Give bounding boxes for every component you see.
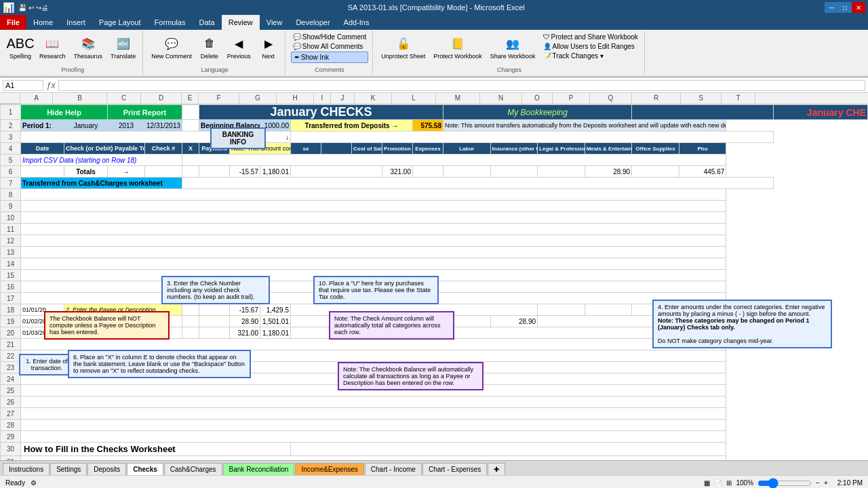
tab-page-layout[interactable]: Page Layout: [92, 15, 148, 30]
row-28: 28: [1, 420, 868, 431]
share-workbook-button[interactable]: 👥 Share Workbook: [488, 33, 538, 61]
tab-developer[interactable]: Developer: [289, 15, 336, 30]
cell-A2: Period 1:: [21, 120, 64, 131]
row-8: 8: [1, 189, 868, 201]
tab-checks[interactable]: Checks: [127, 463, 163, 475]
minimize-button[interactable]: ─: [825, 2, 838, 13]
zoom-label: 100%: [736, 479, 753, 487]
cell-R4: Office Supplies: [632, 143, 679, 155]
view-preview-icon[interactable]: ⊞: [726, 479, 732, 487]
rownum-5: 5: [1, 155, 21, 166]
tab-review[interactable]: Review: [222, 15, 260, 30]
zoom-out-icon[interactable]: −: [816, 479, 820, 487]
cell-A18[interactable]: 01/01/20: [21, 304, 64, 316]
col-D: D: [141, 93, 182, 104]
research-button[interactable]: 📖 Research: [37, 33, 68, 61]
rownum-1: 1: [1, 105, 21, 120]
col-E: E: [182, 93, 199, 104]
tab-bank-reconciliation[interactable]: Bank Reconciliation: [223, 463, 295, 475]
close-button[interactable]: ✕: [852, 2, 865, 13]
row-5: 5 Import CSV Data (starting on Row 18): [1, 155, 868, 166]
cell-reference-input[interactable]: A1: [3, 80, 43, 91]
cell-G19: 28.90: [230, 316, 260, 327]
tab-deposits[interactable]: Deposits: [87, 463, 126, 475]
tab-view[interactable]: View: [260, 15, 290, 30]
col-H: H: [277, 93, 314, 104]
show-hide-comment-button[interactable]: 💬 Show/Hide Comment: [291, 33, 368, 41]
row-4: 4 Date Check (or Debit) Payable To: Chec…: [1, 143, 868, 155]
translate-button[interactable]: 🔤 Translate: [108, 33, 138, 61]
col-O: O: [522, 93, 553, 104]
tab-add-sheet[interactable]: ✚: [488, 463, 505, 475]
tab-chart-income[interactable]: Chart - Income: [365, 463, 422, 475]
row-14: 14: [1, 258, 868, 270]
cell-C2: 2013: [108, 120, 145, 131]
cell-C1[interactable]: Print Report: [108, 105, 182, 120]
row-31: 31: [1, 456, 868, 461]
protect-workbook-button[interactable]: 📒 Protect Workbook: [431, 33, 484, 61]
show-ink-button[interactable]: ✒ Show Ink: [291, 52, 368, 63]
delete-comment-button[interactable]: 🗑 Delete: [197, 33, 222, 61]
new-comment-button[interactable]: 💬 New Comment: [149, 33, 195, 61]
cell-A1[interactable]: Hide Help: [21, 105, 108, 120]
cell-A5: Import CSV Data (starting on Row 18): [21, 155, 182, 166]
show-all-comments-button[interactable]: 💬 Show All Comments: [291, 42, 368, 51]
spelling-button[interactable]: ABC Spelling: [7, 33, 34, 61]
cell-H18: 1,429.5: [260, 304, 291, 316]
tab-chart-expenses[interactable]: Chart - Expenses: [422, 463, 487, 475]
tab-insert[interactable]: Insert: [60, 15, 92, 30]
view-normal-icon[interactable]: ▦: [704, 479, 710, 487]
cell-B18: 2. Enter the Payee or Description.: [64, 304, 182, 316]
col-Q: Q: [590, 93, 632, 104]
status-ready: Ready: [5, 479, 25, 487]
cell-D2: 12/31/2013: [145, 120, 182, 131]
row-24: 24: [1, 373, 868, 385]
tab-data[interactable]: Data: [192, 15, 221, 30]
row-19: 19 01/02/20 28.90 1,501.01 Widgets 28.90: [1, 316, 868, 327]
unprotect-sheet-button[interactable]: 🔓 Unprotect Sheet: [378, 33, 428, 61]
col-L: L: [392, 93, 436, 104]
cell-K4: Cost of Sales: [352, 143, 382, 155]
tab-add-ins[interactable]: Add-Ins: [337, 15, 376, 30]
tab-home[interactable]: Home: [26, 15, 60, 30]
sheet-tabs: Instructions Settings Deposits Checks Ca…: [0, 460, 868, 475]
row-1: 1 Hide Help Print Report January CHECKS …: [1, 105, 868, 120]
formula-input[interactable]: [58, 80, 865, 91]
cell-A30: How to Fill in the Checks Worksheet: [21, 443, 291, 456]
cell-B6: Totals: [64, 166, 108, 178]
zoom-in-icon[interactable]: +: [824, 479, 828, 487]
cell-A19[interactable]: 01/02/20: [21, 316, 64, 327]
cell-G20: 321.00: [230, 327, 260, 339]
banking-info-callout: BANKING INFO: [210, 127, 266, 149]
thesaurus-button[interactable]: 📚 Thesaurus: [71, 33, 106, 61]
tab-file[interactable]: File: [0, 15, 26, 30]
clock: 2:10 PM: [837, 479, 863, 487]
cell-G18: -15.67: [230, 304, 260, 316]
next-comment-button[interactable]: ▶ Next: [256, 33, 281, 61]
col-R: R: [632, 93, 681, 104]
row-17: 17: [1, 293, 868, 304]
title-bar-title: SA 2013-01.xls [Compatibility Mode] - Mi…: [348, 3, 525, 12]
tab-formulas[interactable]: Formulas: [148, 15, 193, 30]
cell-M4: Expenses: [413, 143, 443, 155]
row-11: 11: [1, 224, 868, 235]
row-12: 12: [1, 235, 868, 247]
tab-settings[interactable]: Settings: [50, 463, 87, 475]
tab-income-expenses[interactable]: Income&Expenses: [295, 463, 363, 475]
cell-A20[interactable]: 01/03/20: [21, 327, 64, 339]
zoom-slider[interactable]: [757, 478, 812, 489]
cell-S4: Pho: [679, 143, 726, 155]
row-6: 6 Totals → -15.57 1,180.01 321.00 28.90: [1, 166, 868, 178]
cell-L4: Promotion: [382, 143, 413, 155]
restore-button[interactable]: □: [838, 2, 852, 13]
cell-H6: 1,180.01: [260, 166, 291, 178]
track-changes-button[interactable]: 📝Track Changes ▾: [541, 52, 640, 60]
allow-users-button[interactable]: 👤Allow Users to Edit Ranges: [541, 42, 640, 51]
col-B: B: [53, 93, 107, 104]
col-A: A: [20, 93, 53, 104]
view-layout-icon[interactable]: 📄: [714, 479, 722, 487]
tab-instructions[interactable]: Instructions: [3, 463, 50, 475]
protect-share-workbook-button[interactable]: 🛡Protect and Share Workbook: [541, 33, 640, 41]
tab-cash-charges[interactable]: Cash&Charges: [164, 463, 222, 475]
previous-comment-button[interactable]: ◀ Previous: [224, 33, 254, 61]
